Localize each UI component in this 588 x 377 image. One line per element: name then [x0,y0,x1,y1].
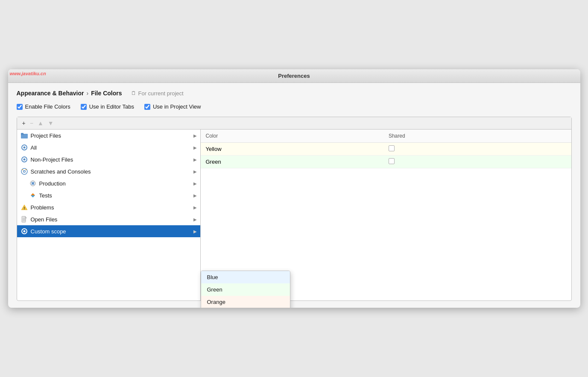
tree-item-open-files[interactable]: Open Files ▶ [17,213,200,225]
open-files-arrow: ▶ [193,217,197,222]
add-button[interactable]: + [20,119,27,127]
scratches-icon [20,168,28,175]
custom-scope-arrow: ▶ [193,229,197,234]
preferences-window: www.javatiku.cn Preferences Appearance &… [8,69,580,308]
yellow-color-cell: Yellow [201,143,383,156]
svg-point-5 [23,171,25,172]
table-row-green: Green [201,156,571,168]
yellow-shared-checkbox[interactable] [389,145,395,151]
project-files-label: Project Files [31,133,193,139]
green-color-cell: Green [201,156,383,168]
yellow-shared-cell [383,143,571,156]
move-down-button[interactable]: ▼ [46,119,56,127]
use-in-project-view-checkbox[interactable] [144,104,150,110]
title-bar: www.javatiku.cn Preferences [8,69,580,83]
non-project-files-label: Non-Project Files [31,156,193,163]
problems-arrow: ▶ [193,205,197,210]
project-icon: 🗒 [131,90,136,96]
production-label: Production [39,180,193,187]
all-arrow: ▶ [193,145,197,150]
tree-item-custom-scope[interactable]: Custom scope ▶ [17,225,200,237]
open-files-label: Open Files [31,216,193,223]
tests-label: Tests [39,192,193,199]
green-shared-cell [383,156,571,168]
non-project-files-icon [20,156,28,163]
non-project-files-arrow: ▶ [193,157,197,162]
window-title: Preferences [278,73,310,79]
enable-file-colors-text: Enable File Colors [25,103,70,110]
custom-scope-label: Custom scope [31,228,193,235]
tree-item-problems[interactable]: ! Problems ▶ [17,201,200,213]
tree-item-tests[interactable]: Tests ▶ [17,189,200,201]
all-icon [20,144,28,151]
use-in-editor-tabs-text: Use in Editor Tabs [89,103,134,110]
breadcrumb: Appearance & Behavior › File Colors 🗒 Fo… [17,90,572,97]
left-panel: Project Files ▶ All ▶ [17,130,201,300]
move-up-button[interactable]: ▲ [36,119,45,127]
color-column-header: Color [201,130,383,143]
tests-icon [29,191,37,199]
production-arrow: ▶ [193,181,197,186]
color-dropdown: Blue Green Orange Rose Violet Yellow Cus… [201,271,290,308]
window-content: Appearance & Behavior › File Colors 🗒 Fo… [8,83,580,308]
color-table: Color Shared Yellow [201,130,571,168]
table-row-yellow: Yellow [201,143,571,156]
all-label: All [31,144,193,151]
breadcrumb-separator: › [86,90,88,97]
svg-marker-9 [31,195,35,197]
breadcrumb-current: File Colors [91,90,122,97]
dropdown-item-orange[interactable]: Orange [201,296,290,308]
svg-marker-8 [31,193,35,195]
scratches-label: Scratches and Consoles [31,168,193,175]
tree-item-non-project-files[interactable]: Non-Project Files ▶ [17,153,200,165]
svg-rect-2 [21,133,23,134]
problems-icon: ! [20,203,28,211]
folder-icon [20,132,28,139]
remove-button[interactable]: − [28,119,35,127]
main-panel: Project Files ▶ All ▶ [17,130,571,300]
green-shared-checkbox[interactable] [389,158,395,164]
breadcrumb-parent: Appearance & Behavior [17,90,84,97]
scratches-arrow: ▶ [193,169,197,174]
enable-file-colors-checkbox[interactable] [17,104,23,110]
shared-column-header: Shared [383,130,571,143]
watermark: www.javatiku.cn [10,71,46,76]
tree-item-scratches[interactable]: Scratches and Consoles ▶ [17,165,200,177]
svg-point-7 [32,183,34,184]
tree-item-all[interactable]: All ▶ [17,141,200,153]
dropdown-item-blue[interactable]: Blue [201,271,290,283]
tests-arrow: ▶ [193,193,197,198]
checkboxes-row: Enable File Colors Use in Editor Tabs Us… [17,103,572,110]
panel-area: + − ▲ ▼ Project Files ▶ [17,117,572,301]
production-icon [29,180,37,187]
toolbar: + − ▲ ▼ [17,117,571,130]
custom-scope-icon [20,227,28,235]
open-files-icon [20,215,28,223]
breadcrumb-project: 🗒 For current project [131,90,183,97]
problems-label: Problems [31,204,193,211]
use-in-editor-tabs-checkbox[interactable] [81,104,87,110]
breadcrumb-project-label: For current project [138,90,183,97]
tree-item-production[interactable]: Production ▶ [17,177,200,189]
svg-text:!: ! [23,206,25,210]
dropdown-item-green[interactable]: Green [201,283,290,296]
use-in-editor-tabs-label[interactable]: Use in Editor Tabs [81,103,134,110]
tree-item-project-files[interactable]: Project Files ▶ [17,130,200,141]
enable-file-colors-label[interactable]: Enable File Colors [17,103,70,110]
project-files-arrow: ▶ [193,133,197,138]
use-in-project-view-label[interactable]: Use in Project View [144,103,201,110]
use-in-project-view-text: Use in Project View [153,103,201,110]
